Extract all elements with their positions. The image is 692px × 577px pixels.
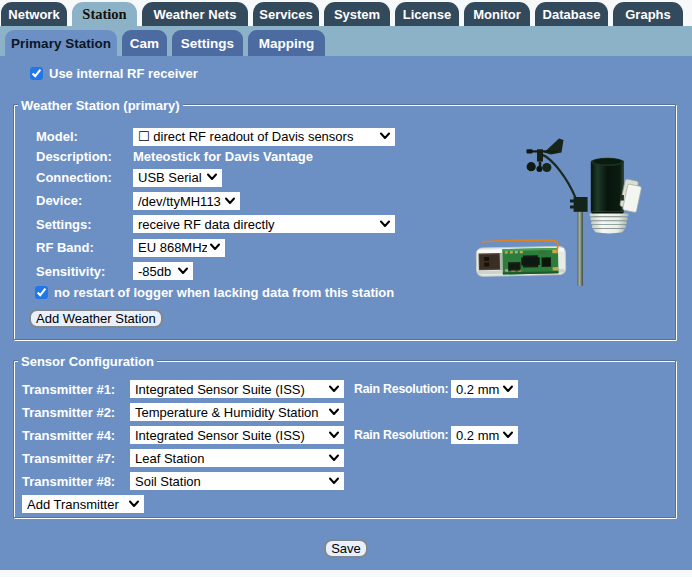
- rain-resolution-1-select[interactable]: 0.2 mm: [451, 380, 518, 398]
- model-select[interactable]: ☐ direct RF readout of Davis sensors: [133, 128, 395, 146]
- weather-station-legend: Weather Station (primary): [18, 98, 183, 113]
- form-row: Device: /dev/ttyMH113: [36, 189, 668, 212]
- subtab-cam[interactable]: Cam: [122, 30, 167, 56]
- tab-station[interactable]: Station: [72, 2, 137, 26]
- transmitter-8-select[interactable]: Soil Station: [130, 472, 344, 490]
- form-row: Transmitter #2: Temperature & Humidity S…: [22, 401, 669, 424]
- form-row: Connection: USB Serial: [36, 166, 668, 189]
- tab-monitor[interactable]: Monitor: [464, 2, 530, 26]
- form-row: Sensitivity: -85db: [36, 259, 668, 282]
- transmitter-4-label: Transmitter #4:: [22, 428, 130, 443]
- save-button[interactable]: Save: [324, 539, 368, 558]
- tab-graphs[interactable]: Graphs: [613, 2, 683, 26]
- save-row: Save: [0, 539, 692, 558]
- rf-band-label: RF Band:: [36, 240, 133, 255]
- tab-license[interactable]: License: [395, 2, 459, 26]
- transmitter-1-label: Transmitter #1:: [22, 382, 130, 397]
- subtab-primary-station[interactable]: Primary Station: [5, 30, 117, 56]
- station-sub-tab-bar: Primary Station Cam Settings Mapping: [0, 26, 692, 56]
- form-row: Transmitter #1: Integrated Sensor Suite …: [22, 378, 669, 401]
- rain-resolution-4-label: Rain Resolution:: [354, 428, 451, 442]
- description-value: Meteostick for Davis Vantage: [133, 149, 313, 164]
- primary-station-panel: Use internal RF receiver Weather Station…: [0, 56, 692, 570]
- tab-services[interactable]: Services: [253, 2, 319, 26]
- use-internal-rf-row: Use internal RF receiver: [30, 66, 198, 80]
- no-restart-checkbox[interactable]: [35, 286, 48, 299]
- add-transmitter-select[interactable]: Add Transmitter: [22, 495, 144, 513]
- add-weather-station-row: Add Weather Station: [29, 309, 668, 328]
- form-row: Transmitter #7: Leaf Station: [22, 447, 669, 470]
- main-tab-bar: Network Station Weather Nets Services Sy…: [0, 0, 692, 26]
- sensitivity-label: Sensitivity:: [36, 264, 133, 279]
- tab-database[interactable]: Database: [535, 2, 608, 26]
- add-weather-station-button[interactable]: Add Weather Station: [29, 309, 163, 328]
- rf-band-select[interactable]: EU 868MHz: [133, 239, 225, 257]
- sensor-configuration-legend: Sensor Configuration: [18, 354, 157, 369]
- form-row: Transmitter #4: Integrated Sensor Suite …: [22, 424, 669, 447]
- transmitter-2-label: Transmitter #2:: [22, 405, 130, 420]
- tab-system[interactable]: System: [324, 2, 390, 26]
- connection-select[interactable]: USB Serial: [133, 169, 222, 187]
- use-internal-rf-checkbox[interactable]: [30, 67, 43, 80]
- transmitter-8-label: Transmitter #8:: [22, 474, 130, 489]
- device-label: Device:: [36, 193, 133, 208]
- transmitter-7-select[interactable]: Leaf Station: [130, 449, 344, 467]
- form-row: Description: Meteostick for Davis Vantag…: [36, 148, 668, 166]
- transmitter-4-select[interactable]: Integrated Sensor Suite (ISS): [130, 426, 344, 444]
- use-internal-rf-label: Use internal RF receiver: [49, 66, 198, 81]
- no-restart-label: no restart of logger when lacking data f…: [54, 285, 394, 300]
- tab-weather-nets[interactable]: Weather Nets: [142, 2, 248, 26]
- tab-network[interactable]: Network: [1, 2, 67, 26]
- subtab-settings[interactable]: Settings: [172, 30, 243, 56]
- sensor-configuration-fieldset: Sensor Configuration Transmitter #1: Int…: [14, 361, 677, 519]
- form-row: Settings: receive RF data directly: [36, 213, 668, 236]
- transmitter-2-select[interactable]: Temperature & Humidity Station: [130, 403, 344, 421]
- transmitter-1-select[interactable]: Integrated Sensor Suite (ISS): [130, 380, 344, 398]
- weather-station-fieldset: Weather Station (primary) Model: ☐ direc…: [14, 105, 677, 341]
- form-row: Transmitter #8: Soil Station: [22, 470, 669, 493]
- settings-select[interactable]: receive RF data directly: [133, 215, 395, 233]
- settings-label: Settings:: [36, 217, 133, 232]
- form-row: Add Transmitter: [22, 493, 669, 516]
- connection-label: Connection:: [36, 170, 133, 185]
- sensitivity-select[interactable]: -85db: [133, 262, 193, 280]
- subtab-mapping[interactable]: Mapping: [248, 30, 325, 56]
- no-restart-row: no restart of logger when lacking data f…: [35, 282, 668, 304]
- model-label: Model:: [36, 129, 133, 144]
- rain-resolution-1-label: Rain Resolution:: [354, 382, 451, 396]
- transmitter-7-label: Transmitter #7:: [22, 451, 130, 466]
- form-row: RF Band: EU 868MHz: [36, 236, 668, 259]
- rain-resolution-4-select[interactable]: 0.2 mm: [451, 426, 518, 444]
- form-row: Model: ☐ direct RF readout of Davis sens…: [36, 125, 668, 148]
- description-label: Description:: [36, 149, 133, 164]
- device-select[interactable]: /dev/ttyMH113: [133, 192, 240, 210]
